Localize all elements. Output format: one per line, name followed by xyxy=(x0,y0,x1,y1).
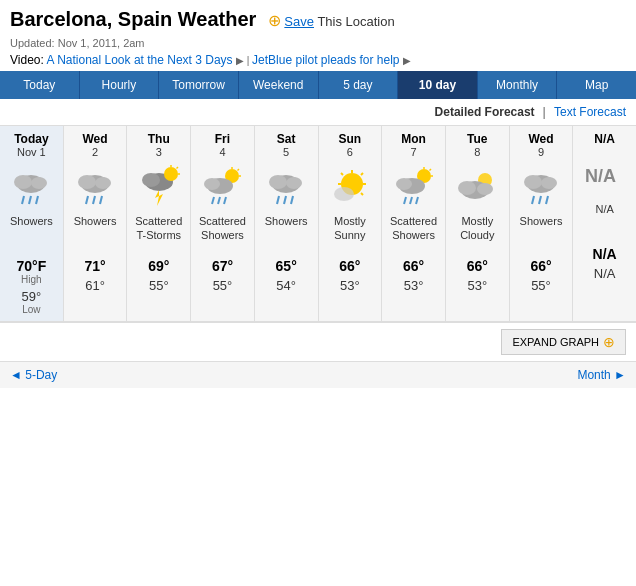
day-col-7: Tue8 Mostly Cloudy66°53° xyxy=(446,126,510,321)
expand-row: EXPAND GRAPH ⊕ xyxy=(0,322,636,361)
prev-nav-link[interactable]: 5-Day xyxy=(10,368,57,382)
nav-tab-hourly[interactable]: Hourly xyxy=(80,71,160,99)
day-date-4: 5 xyxy=(259,146,314,158)
day-date-8: 9 xyxy=(514,146,569,158)
nav-tab-weekend[interactable]: Weekend xyxy=(239,71,319,99)
nav-tab-monthly[interactable]: Monthly xyxy=(478,71,558,99)
svg-line-84 xyxy=(410,197,412,204)
svg-point-36 xyxy=(14,175,32,189)
condition-text-4: Showers xyxy=(259,214,314,250)
day-name-7: Tue xyxy=(450,132,505,146)
day-name-9: N/A xyxy=(577,132,632,146)
high-temp-1: 71° xyxy=(68,258,123,274)
nav-tabs: TodayHourlyTomorrowWeekend5 day10 dayMon… xyxy=(0,71,636,99)
video-icon-1: ▶ | xyxy=(236,55,252,66)
svg-line-85 xyxy=(416,197,418,204)
svg-point-82 xyxy=(396,178,412,190)
svg-line-83 xyxy=(404,197,406,204)
svg-line-38 xyxy=(22,196,24,204)
day-name-8: Wed xyxy=(514,132,569,146)
day-name-1: Wed xyxy=(68,132,123,146)
svg-line-66 xyxy=(277,196,279,204)
weather-icon-showers xyxy=(264,164,308,208)
low-temp-0: 59° xyxy=(4,289,59,304)
condition-text-1: Showers xyxy=(68,214,123,250)
condition-text-0: Showers xyxy=(4,214,59,250)
high-label: High xyxy=(4,274,59,285)
low-temp-8: 55° xyxy=(514,278,569,293)
video-link-1[interactable]: A National Look at the Next 3 Days xyxy=(46,53,232,67)
nav-tab-10-day[interactable]: 10 day xyxy=(398,71,478,99)
weather-grid: TodayNov 1 Showers70°FHigh59°LowWed2 Sho… xyxy=(0,126,636,322)
svg-point-89 xyxy=(477,183,493,195)
low-temp-5: 53° xyxy=(323,278,378,293)
nav-tab-5-day[interactable]: 5 day xyxy=(319,71,399,99)
svg-line-93 xyxy=(532,196,534,204)
condition-text-8: Showers xyxy=(514,214,569,250)
day-date-6: 7 xyxy=(386,146,441,158)
day-date-1: 2 xyxy=(68,146,123,158)
detailed-forecast-label[interactable]: Detailed Forecast xyxy=(435,105,535,119)
low-temp-7: 53° xyxy=(450,278,505,293)
svg-point-42 xyxy=(78,175,96,189)
svg-point-48 xyxy=(142,173,160,187)
next-nav-link[interactable]: Month xyxy=(577,368,626,382)
svg-line-45 xyxy=(93,196,95,204)
save-area: ⊕ Save This Location xyxy=(268,14,395,29)
svg-text:N/A: N/A xyxy=(585,166,616,186)
video-label: Video: xyxy=(10,53,44,67)
svg-point-43 xyxy=(95,177,111,189)
svg-line-68 xyxy=(291,196,293,204)
header: Barcelona, Spain Weather ⊕ Save This Loc… xyxy=(0,0,636,35)
low-temp-4: 54° xyxy=(259,278,314,293)
condition-text-6: Scattered Showers xyxy=(386,214,441,250)
svg-point-92 xyxy=(541,177,557,189)
svg-line-73 xyxy=(361,193,363,195)
svg-line-94 xyxy=(539,196,541,204)
day-col-0: TodayNov 1 Showers70°FHigh59°Low xyxy=(0,126,64,321)
expand-plus-icon: ⊕ xyxy=(603,334,615,350)
svg-point-64 xyxy=(269,175,287,189)
day-date-7: 8 xyxy=(450,146,505,158)
low-temp-6: 53° xyxy=(386,278,441,293)
svg-point-76 xyxy=(334,187,354,201)
day-col-4: Sat5 Showers65°54° xyxy=(255,126,319,321)
weather-icon-mostly-cloudy xyxy=(455,164,499,208)
separator: | xyxy=(543,105,546,119)
expand-label: EXPAND GRAPH xyxy=(512,336,599,348)
svg-line-61 xyxy=(218,197,220,204)
svg-line-62 xyxy=(224,197,226,204)
video-link-2[interactable]: JetBlue pilot pleads for help xyxy=(252,53,399,67)
page-title: Barcelona, Spain Weather xyxy=(10,8,256,30)
nav-tab-today[interactable]: Today xyxy=(0,71,80,99)
day-date-5: 6 xyxy=(323,146,378,158)
condition-text-7: Mostly Cloudy xyxy=(450,214,505,250)
svg-line-67 xyxy=(284,196,286,204)
svg-line-44 xyxy=(86,196,88,204)
svg-line-46 xyxy=(100,196,102,204)
day-col-9: N/A N/A N/AN/AN/A xyxy=(573,126,636,321)
save-link[interactable]: Save xyxy=(284,14,314,29)
day-col-3: Fri4 Scattered Showers67°55° xyxy=(191,126,255,321)
condition-text-3: Scattered Showers xyxy=(195,214,250,250)
high-temp-4: 65° xyxy=(259,258,314,274)
svg-line-71 xyxy=(361,173,363,175)
day-name-0: Today xyxy=(4,132,59,146)
svg-line-60 xyxy=(212,197,214,204)
text-forecast-link[interactable]: Text Forecast xyxy=(554,105,626,119)
plus-icon: ⊕ xyxy=(268,12,281,29)
svg-line-56 xyxy=(238,169,240,171)
nav-tab-tomorrow[interactable]: Tomorrow xyxy=(159,71,239,99)
page-container: Barcelona, Spain Weather ⊕ Save This Loc… xyxy=(0,0,636,388)
nav-tab-map[interactable]: Map xyxy=(557,71,636,99)
svg-line-39 xyxy=(29,196,31,204)
svg-point-37 xyxy=(31,177,47,189)
day-name-4: Sat xyxy=(259,132,314,146)
day-date-2: 3 xyxy=(131,146,186,158)
high-temp-9: N/A xyxy=(577,246,632,262)
bottom-nav: 5-Day Month xyxy=(0,361,636,388)
weather-icon-scattered-showers xyxy=(392,164,436,208)
expand-graph-button[interactable]: EXPAND GRAPH ⊕ xyxy=(501,329,626,355)
forecast-header: Detailed Forecast | Text Forecast xyxy=(0,99,636,126)
video-bar: Video: A National Look at the Next 3 Day… xyxy=(0,49,636,71)
